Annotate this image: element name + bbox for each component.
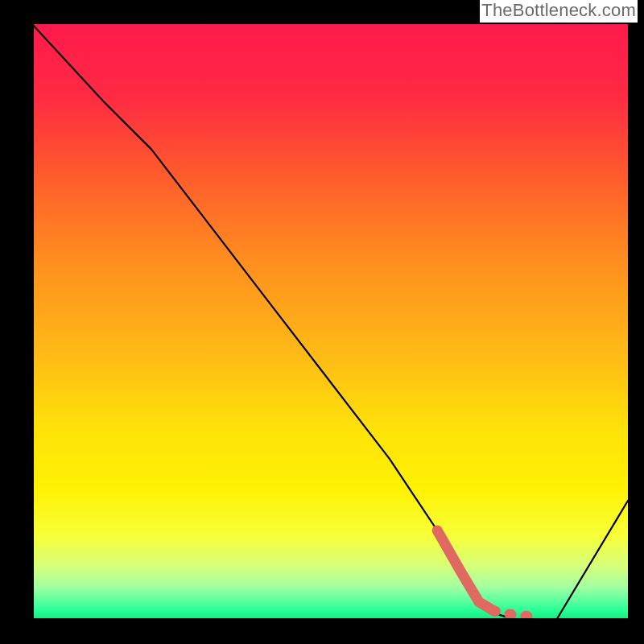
chart-frame: TheBottleneck.com [0,0,644,644]
gradient-background [32,24,628,620]
watermark-text: TheBottleneck.com [480,0,638,23]
bottleneck-chart [0,0,644,644]
